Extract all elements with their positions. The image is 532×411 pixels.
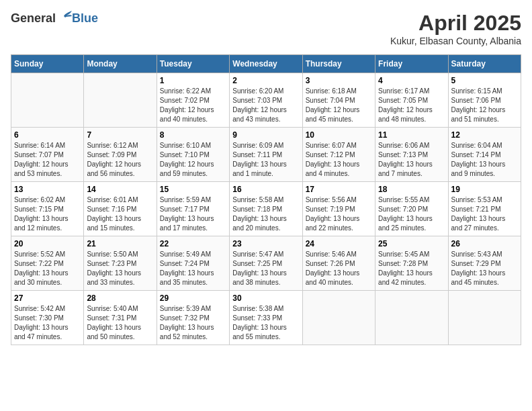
day-info: Sunrise: 6:15 AMSunset: 7:06 PMDaylight:…	[451, 87, 518, 124]
title-area: April 2025 Kukur, Elbasan County, Albani…	[390, 11, 521, 46]
calendar-cell: 10Sunrise: 6:07 AMSunset: 7:12 PMDayligh…	[302, 128, 375, 182]
weekday-header-sunday: Sunday	[11, 55, 84, 73]
calendar-cell: 11Sunrise: 6:06 AMSunset: 7:13 PMDayligh…	[375, 128, 448, 182]
day-info: Sunrise: 5:42 AMSunset: 7:30 PMDaylight:…	[14, 304, 81, 342]
location-subtitle: Kukur, Elbasan County, Albania	[390, 36, 521, 46]
day-info: Sunrise: 6:22 AMSunset: 7:02 PMDaylight:…	[160, 87, 226, 124]
day-number: 3	[306, 76, 372, 85]
day-number: 23	[232, 239, 299, 248]
day-info: Sunrise: 5:47 AMSunset: 7:25 PMDaylight:…	[232, 250, 299, 287]
day-info: Sunrise: 6:10 AMSunset: 7:10 PMDaylight:…	[160, 141, 226, 179]
day-info: Sunrise: 5:56 AMSunset: 7:19 PMDaylight:…	[306, 195, 372, 233]
calendar-cell: 24Sunrise: 5:46 AMSunset: 7:26 PMDayligh…	[302, 236, 375, 291]
calendar-week-row: 1Sunrise: 6:22 AMSunset: 7:02 PMDaylight…	[11, 73, 521, 128]
day-info: Sunrise: 5:39 AMSunset: 7:32 PMDaylight:…	[160, 304, 226, 342]
day-info: Sunrise: 6:20 AMSunset: 7:03 PMDaylight:…	[232, 87, 299, 124]
day-number: 22	[160, 239, 226, 248]
day-info: Sunrise: 5:45 AMSunset: 7:28 PMDaylight:…	[378, 250, 445, 287]
day-number: 28	[87, 293, 153, 303]
day-info: Sunrise: 5:40 AMSunset: 7:31 PMDaylight:…	[87, 304, 153, 342]
day-number: 14	[87, 185, 153, 194]
day-number: 19	[451, 185, 518, 194]
day-info: Sunrise: 6:02 AMSunset: 7:15 PMDaylight:…	[14, 195, 81, 233]
weekday-header-row: SundayMondayTuesdayWednesdayThursdayFrid…	[11, 55, 521, 73]
day-number: 2	[232, 76, 299, 85]
day-number: 26	[451, 239, 518, 248]
day-info: Sunrise: 6:07 AMSunset: 7:12 PMDaylight:…	[306, 141, 372, 179]
calendar-cell	[11, 73, 84, 128]
calendar-cell: 26Sunrise: 5:43 AMSunset: 7:29 PMDayligh…	[448, 236, 521, 291]
day-info: Sunrise: 5:38 AMSunset: 7:33 PMDaylight:…	[232, 304, 299, 342]
calendar-cell: 6Sunrise: 6:14 AMSunset: 7:07 PMDaylight…	[11, 128, 84, 182]
calendar-cell: 14Sunrise: 6:01 AMSunset: 7:16 PMDayligh…	[84, 182, 157, 236]
day-number: 6	[14, 130, 81, 140]
calendar-cell: 20Sunrise: 5:52 AMSunset: 7:22 PMDayligh…	[11, 236, 84, 291]
day-number: 30	[232, 293, 299, 303]
day-number: 5	[451, 76, 518, 85]
day-info: Sunrise: 5:55 AMSunset: 7:20 PMDaylight:…	[378, 195, 445, 233]
day-info: Sunrise: 6:09 AMSunset: 7:11 PMDaylight:…	[232, 141, 299, 179]
calendar-cell: 17Sunrise: 5:56 AMSunset: 7:19 PMDayligh…	[302, 182, 375, 236]
weekday-header-wednesday: Wednesday	[230, 55, 302, 73]
day-number: 27	[14, 293, 81, 303]
day-number: 17	[306, 185, 372, 194]
day-number: 10	[306, 130, 372, 140]
calendar-week-row: 20Sunrise: 5:52 AMSunset: 7:22 PMDayligh…	[11, 236, 521, 291]
weekday-header-tuesday: Tuesday	[157, 55, 229, 73]
calendar-week-row: 27Sunrise: 5:42 AMSunset: 7:30 PMDayligh…	[11, 291, 521, 345]
calendar-cell: 3Sunrise: 6:18 AMSunset: 7:04 PMDaylight…	[302, 73, 375, 128]
calendar-cell: 13Sunrise: 6:02 AMSunset: 7:15 PMDayligh…	[11, 182, 84, 236]
day-number: 9	[232, 130, 299, 140]
day-number: 15	[160, 185, 226, 194]
day-number: 12	[451, 130, 518, 140]
calendar-cell: 28Sunrise: 5:40 AMSunset: 7:31 PMDayligh…	[84, 291, 157, 345]
day-info: Sunrise: 6:06 AMSunset: 7:13 PMDaylight:…	[378, 141, 445, 179]
calendar-cell: 7Sunrise: 6:12 AMSunset: 7:09 PMDaylight…	[84, 128, 157, 182]
weekday-header-thursday: Thursday	[302, 55, 375, 73]
day-number: 24	[306, 239, 372, 248]
day-number: 1	[160, 76, 226, 85]
day-number: 21	[87, 239, 153, 248]
day-info: Sunrise: 6:14 AMSunset: 7:07 PMDaylight:…	[14, 141, 81, 179]
calendar-cell: 30Sunrise: 5:38 AMSunset: 7:33 PMDayligh…	[230, 291, 302, 345]
calendar-cell: 1Sunrise: 6:22 AMSunset: 7:02 PMDaylight…	[157, 73, 229, 128]
calendar-cell: 5Sunrise: 6:15 AMSunset: 7:06 PMDaylight…	[448, 73, 521, 128]
day-number: 4	[378, 76, 445, 85]
calendar-cell: 9Sunrise: 6:09 AMSunset: 7:11 PMDaylight…	[230, 128, 302, 182]
day-number: 18	[378, 185, 445, 194]
day-number: 25	[378, 239, 445, 248]
day-number: 16	[232, 185, 299, 194]
day-info: Sunrise: 5:49 AMSunset: 7:24 PMDaylight:…	[160, 250, 226, 287]
day-info: Sunrise: 5:58 AMSunset: 7:18 PMDaylight:…	[232, 195, 299, 233]
day-number: 8	[160, 130, 226, 140]
calendar-cell: 21Sunrise: 5:50 AMSunset: 7:23 PMDayligh…	[84, 236, 157, 291]
logo: General Blue	[11, 11, 98, 26]
day-info: Sunrise: 5:53 AMSunset: 7:21 PMDaylight:…	[451, 195, 518, 233]
page-header: General Blue April 2025 Kukur, Elbasan C…	[11, 11, 521, 46]
month-title: April 2025	[390, 11, 521, 36]
calendar-cell: 19Sunrise: 5:53 AMSunset: 7:21 PMDayligh…	[448, 182, 521, 236]
calendar-cell: 15Sunrise: 5:59 AMSunset: 7:17 PMDayligh…	[157, 182, 229, 236]
calendar-cell: 23Sunrise: 5:47 AMSunset: 7:25 PMDayligh…	[230, 236, 302, 291]
logo-bird-icon	[57, 11, 72, 26]
calendar-cell: 25Sunrise: 5:45 AMSunset: 7:28 PMDayligh…	[375, 236, 448, 291]
weekday-header-friday: Friday	[375, 55, 448, 73]
day-number: 13	[14, 185, 81, 194]
day-info: Sunrise: 6:18 AMSunset: 7:04 PMDaylight:…	[306, 87, 372, 124]
day-info: Sunrise: 6:17 AMSunset: 7:05 PMDaylight:…	[378, 87, 445, 124]
logo-blue-text: Blue	[72, 11, 98, 26]
day-info: Sunrise: 6:01 AMSunset: 7:16 PMDaylight:…	[87, 195, 153, 233]
calendar-cell: 22Sunrise: 5:49 AMSunset: 7:24 PMDayligh…	[157, 236, 229, 291]
calendar-cell	[84, 73, 157, 128]
day-info: Sunrise: 6:04 AMSunset: 7:14 PMDaylight:…	[451, 141, 518, 179]
calendar-cell	[375, 291, 448, 345]
weekday-header-saturday: Saturday	[448, 55, 521, 73]
calendar-cell	[302, 291, 375, 345]
day-info: Sunrise: 5:52 AMSunset: 7:22 PMDaylight:…	[14, 250, 81, 287]
weekday-header-monday: Monday	[84, 55, 157, 73]
calendar-cell: 18Sunrise: 5:55 AMSunset: 7:20 PMDayligh…	[375, 182, 448, 236]
day-number: 20	[14, 239, 81, 248]
calendar-cell	[448, 291, 521, 345]
calendar-cell: 2Sunrise: 6:20 AMSunset: 7:03 PMDaylight…	[230, 73, 302, 128]
day-number: 29	[160, 293, 226, 303]
